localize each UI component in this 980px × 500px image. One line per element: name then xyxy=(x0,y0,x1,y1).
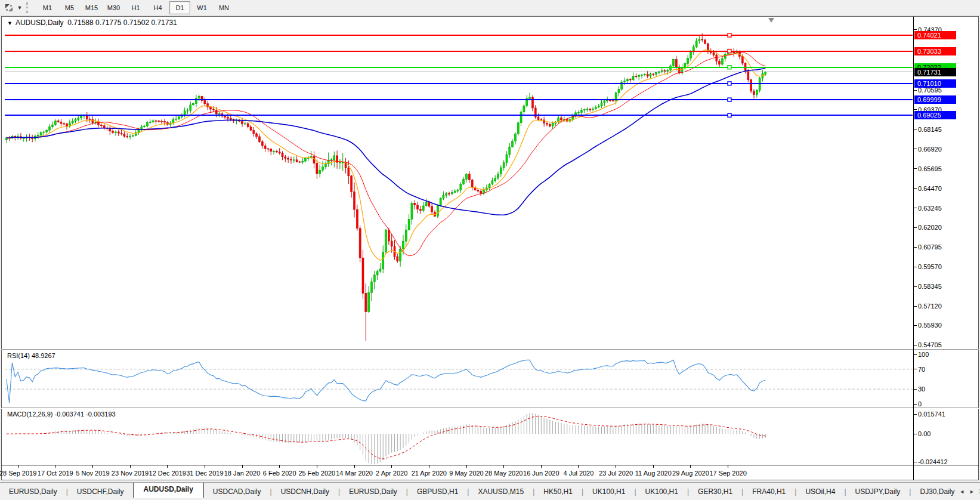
chart-tab-uk100-h1[interactable]: UK100,H1 xyxy=(636,485,687,498)
timeframe-buttons: M1M5M15M30H1H4D1W1MN xyxy=(36,1,235,14)
timeframe-button-m30[interactable]: M30 xyxy=(103,1,124,14)
chart-symbol: AUDUSD,Daily xyxy=(16,18,64,27)
chevron-down-icon[interactable]: ▼ xyxy=(16,5,24,11)
chart-tab-uk100-h1[interactable]: UK100,H1 xyxy=(583,485,634,498)
chart-tab-hk50-h1[interactable]: HK50,H1 xyxy=(534,485,582,498)
chart-ohlc-values: 0.71588 0.71775 0.71502 0.71731 xyxy=(67,18,177,27)
chart-tab-audusd-daily[interactable]: AUDUSD,Daily xyxy=(133,482,204,498)
chart-tab-fra40-h1[interactable]: FRA40,H1 xyxy=(743,485,794,498)
rsi-label[interactable]: RSI(14) 48.9267 xyxy=(7,352,55,359)
tab-scroll-arrows: ◄ ► xyxy=(955,483,979,500)
timeframe-button-h1[interactable]: H1 xyxy=(125,1,146,14)
timeframe-button-m15[interactable]: M15 xyxy=(81,1,102,14)
timeframe-button-w1[interactable]: W1 xyxy=(191,1,212,14)
chart-tools-icon[interactable] xyxy=(2,2,16,14)
timeframe-button-m5[interactable]: M5 xyxy=(59,1,80,14)
chart-tabbar: EURUSD,Daily|USDCHF,DailyAUDUSD,DailyUSD… xyxy=(0,482,980,500)
chart-tab-eurusd-daily[interactable]: EURUSD,Daily xyxy=(340,485,406,498)
tab-scroll-right-icon[interactable]: ► xyxy=(967,487,977,496)
symbol-dropdown-icon[interactable]: ▼ xyxy=(7,20,13,26)
chart-title[interactable]: ▼AUDUSD,Daily 0.71588 0.71775 0.71502 0.… xyxy=(7,18,177,27)
timeframe-button-mn[interactable]: MN xyxy=(214,1,234,14)
macd-label[interactable]: MACD(12,26,9) -0.003741 -0.003193 xyxy=(7,411,116,418)
timeframe-toolbar: ▼ M1M5M15M30H1H4D1W1MN xyxy=(0,0,980,16)
pane-divider-rsi[interactable] xyxy=(1,348,979,351)
chart-tab-usdcnh-daily[interactable]: USDCNH,Daily xyxy=(272,485,338,498)
chart-tab-ger30-h1[interactable]: GER30,H1 xyxy=(689,485,741,498)
mt4-terminal: ▼ M1M5M15M30H1H4D1W1MN ▼AUDUSD,Daily 0.7… xyxy=(0,0,980,500)
timeframe-button-d1[interactable]: D1 xyxy=(169,1,190,14)
timeframe-button-m1[interactable]: M1 xyxy=(37,1,58,14)
chart-tab-gbpusd-h1[interactable]: GBPUSD,H1 xyxy=(408,485,467,498)
chart-window[interactable] xyxy=(1,16,979,480)
chart-tab-usdchf-daily[interactable]: USDCHF,Daily xyxy=(68,485,133,498)
timeframe-button-h4[interactable]: H4 xyxy=(147,1,168,14)
chart-tabs: EURUSD,Daily|USDCHF,DailyAUDUSD,DailyUSD… xyxy=(0,483,980,500)
chart-tab-usdcad-daily[interactable]: USDCAD,Daily xyxy=(204,485,270,498)
pane-divider-macd[interactable] xyxy=(1,406,979,409)
chart-tab-eurusd-daily[interactable]: EURUSD,Daily xyxy=(0,485,66,498)
toolbar-grip[interactable] xyxy=(26,2,33,13)
chart-tab-usoil-h4[interactable]: USOil,H4 xyxy=(796,485,844,498)
tab-scroll-left-icon[interactable]: ◄ xyxy=(957,487,967,496)
chart-tab-xauusd-m15[interactable]: XAUUSD,M15 xyxy=(469,485,533,498)
chart-tab-usdjpy-daily[interactable]: USDJPY,Daily xyxy=(846,485,910,498)
